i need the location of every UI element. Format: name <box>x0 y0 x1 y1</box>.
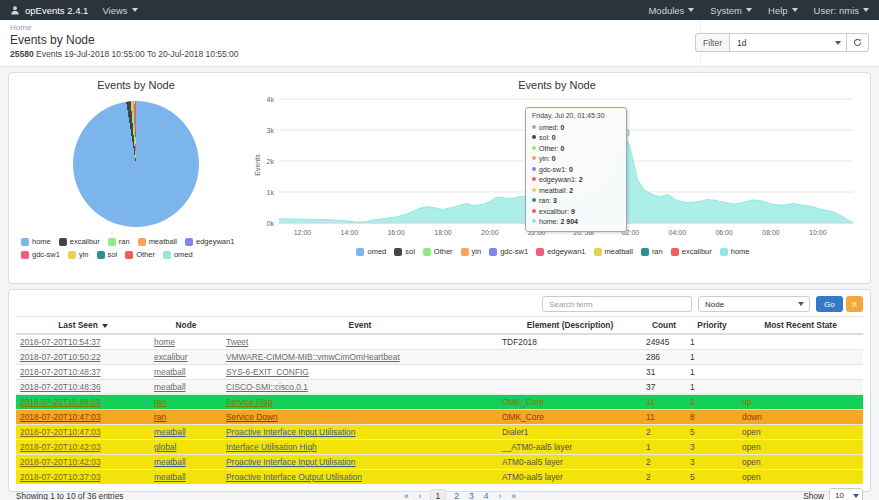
last-seen-link[interactable]: 2018-07-20T10:37:03 <box>20 472 101 482</box>
clear-search-button[interactable]: X <box>846 296 863 312</box>
events-pie-chart[interactable] <box>73 101 199 227</box>
event-link[interactable]: Proactive Interface Output Utilisation <box>226 472 362 482</box>
last-seen-link[interactable]: 2018-07-20T10:48:03 <box>20 397 101 407</box>
node-link[interactable]: ran <box>154 397 166 407</box>
legend-item-ran[interactable]: ran <box>108 235 130 248</box>
last-seen-link[interactable]: 2018-07-20T10:42:03 <box>20 457 101 467</box>
legend-item-omed[interactable]: omed <box>163 248 193 261</box>
table-row[interactable]: 2018-07-20T10:42:03meatballProactive Int… <box>16 455 863 470</box>
column-header-count[interactable]: Count <box>642 317 686 335</box>
event-link[interactable]: Proactive Interface Input Utilisation <box>226 427 355 437</box>
table-row[interactable]: 2018-07-20T10:48:36meatballCISCO-SMI::ci… <box>16 380 863 395</box>
column-header-last-seen[interactable]: Last Seen <box>16 317 150 335</box>
legend-item-edgeywan1[interactable]: edgeywan1 <box>185 235 234 248</box>
legend-item-gdc-sw1[interactable]: gdc-sw1 <box>489 245 528 258</box>
nav-menu-modules[interactable]: Modules <box>648 5 694 16</box>
tooltip-row-yin: yin: 0 <box>532 154 620 165</box>
nav-menu-system[interactable]: System <box>710 5 752 16</box>
pagination-nav[interactable]: ‹ <box>419 491 422 500</box>
node-link[interactable]: meatball <box>154 382 186 392</box>
legend-item-omed[interactable]: omed <box>356 245 386 258</box>
legend-item-edgeywan1[interactable]: edgeywan1 <box>536 245 585 258</box>
chevron-down-icon <box>132 8 138 12</box>
user-icon <box>10 5 20 15</box>
legend-item-Other[interactable]: Other <box>423 245 453 258</box>
breadcrumb[interactable]: Home <box>10 23 31 32</box>
node-link[interactable]: meatball <box>154 472 186 482</box>
event-link[interactable]: VMWARE-CIMOM-MIB::vmwCimOmHeartbeat <box>226 352 400 362</box>
table-row[interactable]: 2018-07-20T10:37:03meatballProactive Int… <box>16 470 863 485</box>
last-seen-link[interactable]: 2018-07-20T10:54:37 <box>20 337 101 347</box>
pagination-page-2[interactable]: 2 <box>454 491 459 500</box>
event-link[interactable]: Service Flap <box>226 397 273 407</box>
legend-item-excalibur[interactable]: excalibur <box>671 245 712 258</box>
pagination-page-3[interactable]: 3 <box>469 491 474 500</box>
legend-item-sol[interactable]: sol <box>394 245 415 258</box>
cell-event: SYS-6-EXIT_CONFIG <box>222 365 498 380</box>
event-link[interactable]: CISCO-SMI::cisco.0.1 <box>226 382 308 392</box>
refresh-button[interactable] <box>847 33 869 52</box>
last-seen-link[interactable]: 2018-07-20T10:47:03 <box>20 412 101 422</box>
column-header-priority[interactable]: Priority <box>686 317 738 335</box>
column-header-node[interactable]: Node <box>150 317 222 335</box>
node-link[interactable]: home <box>154 337 175 347</box>
event-link[interactable]: Interface Utilisation High <box>226 442 317 452</box>
node-link[interactable]: meatball <box>154 427 186 437</box>
table-row[interactable]: 2018-07-20T10:50:22excaliburVMWARE-CIMOM… <box>16 350 863 365</box>
last-seen-link[interactable]: 2018-07-20T10:42:03 <box>20 442 101 452</box>
filter-period-select[interactable]: 1d <box>729 33 847 52</box>
nav-menu-views[interactable]: Views <box>102 5 137 16</box>
legend-item-sol[interactable]: sol <box>97 248 118 261</box>
nav-menu-user-nmis[interactable]: User: nmis <box>814 5 869 16</box>
legend-item-meatball[interactable]: meatball <box>138 235 177 248</box>
column-header-most-recent-state[interactable]: Most Recent State <box>738 317 863 335</box>
table-row[interactable]: 2018-07-20T10:48:03ranService FlapOMK_Co… <box>16 395 863 410</box>
pagination-page-4[interactable]: 4 <box>484 491 489 500</box>
node-link[interactable]: ran <box>154 412 166 422</box>
legend-item-ran[interactable]: ran <box>641 245 663 258</box>
pagination-nav[interactable]: » <box>511 491 516 500</box>
legend-item-yin[interactable]: yin <box>68 248 89 261</box>
event-link[interactable]: Proactive Interface Input Utilisation <box>226 457 355 467</box>
search-input[interactable] <box>542 296 692 312</box>
pagination-nav[interactable]: « <box>404 491 409 500</box>
legend-swatch <box>68 251 76 259</box>
node-link[interactable]: meatball <box>154 367 186 377</box>
legend-item-meatball[interactable]: meatball <box>594 245 633 258</box>
tooltip-series-name: edgeywan1: <box>539 176 579 183</box>
nav-menu-help[interactable]: Help <box>768 5 798 16</box>
last-seen-link[interactable]: 2018-07-20T10:47:03 <box>20 427 101 437</box>
app-brand[interactable]: opEvents 2.4.1 <box>25 5 88 16</box>
table-row[interactable]: 2018-07-20T10:42:03globalInterface Utili… <box>16 440 863 455</box>
event-link[interactable]: Service Down <box>226 412 278 422</box>
legend-item-gdc-sw1[interactable]: gdc-sw1 <box>21 248 60 261</box>
node-link[interactable]: meatball <box>154 457 186 467</box>
legend-swatch <box>21 251 29 259</box>
event-link[interactable]: Tweet <box>226 337 248 347</box>
page-size-select[interactable]: 10 <box>829 488 863 500</box>
legend-item-Other[interactable]: Other <box>125 248 155 261</box>
table-row[interactable]: 2018-07-20T10:54:37homeTweetTDF201824945… <box>16 334 863 350</box>
legend-item-yin[interactable]: yin <box>461 245 482 258</box>
pagination-nav[interactable]: › <box>499 491 502 500</box>
column-header-element-description-[interactable]: Element (Description) <box>498 317 642 335</box>
legend-item-home[interactable]: home <box>720 245 750 258</box>
event-link[interactable]: SYS-6-EXIT_CONFIG <box>226 367 309 377</box>
column-header-event[interactable]: Event <box>222 317 498 335</box>
go-button[interactable]: Go <box>816 296 843 312</box>
area-chart[interactable]: 0k1k2k3k4kEvents12:0014:0016:0018:0020:0… <box>253 95 861 241</box>
legend-item-home[interactable]: home <box>21 235 51 248</box>
last-seen-link[interactable]: 2018-07-20T10:48:36 <box>20 382 101 392</box>
node-link[interactable]: excalibur <box>154 352 188 362</box>
sort-desc-icon <box>102 324 108 328</box>
table-row[interactable]: 2018-07-20T10:48:37meatballSYS-6-EXIT_CO… <box>16 365 863 380</box>
node-link[interactable]: global <box>154 442 176 452</box>
search-field-select[interactable]: Node <box>698 296 810 312</box>
table-row[interactable]: 2018-07-20T10:47:03ranService DownOMK_Co… <box>16 410 863 425</box>
pagination-page-1[interactable]: 1 <box>430 489 447 500</box>
last-seen-link[interactable]: 2018-07-20T10:48:37 <box>20 367 101 377</box>
legend-item-excalibur[interactable]: excalibur <box>59 235 100 248</box>
tooltip-row-edgeywan1: edgeywan1: 2 <box>532 175 620 186</box>
table-row[interactable]: 2018-07-20T10:47:03meatballProactive Int… <box>16 425 863 440</box>
last-seen-link[interactable]: 2018-07-20T10:50:22 <box>20 352 101 362</box>
